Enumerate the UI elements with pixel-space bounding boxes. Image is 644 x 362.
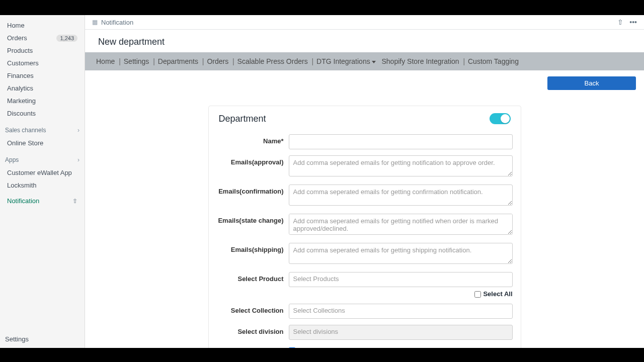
nav-custom-tagging[interactable]: Custom Tagging xyxy=(468,57,519,65)
breadcrumb: ▦ Notification ⇧ ••• xyxy=(85,15,644,30)
sidebar-item-online-store[interactable]: Online Store xyxy=(2,137,83,149)
chevron-right-icon: › xyxy=(77,127,79,134)
nav-settings[interactable]: Settings xyxy=(124,57,149,65)
sidebar: Home Orders1,243 Products Customers Fina… xyxy=(0,15,85,348)
select-division[interactable]: Select divisions xyxy=(289,325,513,340)
pin-icon: ⇧ xyxy=(72,198,77,205)
label-name: Name* xyxy=(217,134,289,149)
emails-state-input[interactable] xyxy=(289,214,513,235)
select-product[interactable]: Select Products xyxy=(289,272,513,287)
label-emails-approval: Emails(approval) xyxy=(217,155,289,178)
label-select-product: Select Product xyxy=(217,272,289,298)
select-all-label: Select All xyxy=(483,290,512,298)
orders-badge: 1,243 xyxy=(56,35,77,42)
chevron-right-icon: › xyxy=(77,156,79,163)
sidebar-item-products[interactable]: Products xyxy=(2,44,83,57)
back-button[interactable]: Back xyxy=(547,76,636,90)
select-all-checkbox[interactable] xyxy=(474,291,481,298)
caret-down-icon xyxy=(372,61,376,63)
sidebar-item-orders[interactable]: Orders1,243 xyxy=(2,32,83,44)
sidebar-section-sales-channels[interactable]: Sales channels› xyxy=(0,124,85,137)
emails-confirmation-input[interactable] xyxy=(289,185,513,206)
sidebar-item-locksmith[interactable]: Locksmith xyxy=(2,179,83,192)
sidebar-item-customers[interactable]: Customers xyxy=(2,57,83,69)
sidebar-item-notification[interactable]: Notification⇧ xyxy=(2,195,83,207)
page-title: New department xyxy=(85,30,644,52)
nav-orders[interactable]: Orders xyxy=(207,57,228,65)
sidebar-item-ewallet[interactable]: Customer eWallet App xyxy=(2,166,83,179)
app-icon: ▦ xyxy=(92,19,98,26)
app-nav: Home | Settings | Departments | Orders |… xyxy=(85,52,644,70)
nav-home[interactable]: Home xyxy=(96,57,115,65)
sidebar-item-home[interactable]: Home xyxy=(2,19,83,32)
department-card: Department Name* Emails(approval) Emails… xyxy=(208,106,521,348)
more-icon[interactable]: ••• xyxy=(629,18,637,26)
nav-departments[interactable]: Departments xyxy=(158,57,198,65)
sidebar-settings[interactable]: Settings xyxy=(0,330,85,348)
label-select-collection: Select Collection xyxy=(217,304,289,319)
label-emails-confirmation: Emails(confirmation) xyxy=(217,185,289,208)
emails-shipping-input[interactable] xyxy=(289,243,513,264)
emails-approval-input[interactable] xyxy=(289,155,513,176)
nav-scalable-press[interactable]: Scalable Press Orders xyxy=(237,57,308,65)
select-collection[interactable]: Select Collections xyxy=(289,304,513,319)
nav-shopify-integration[interactable]: Shopify Store Integration xyxy=(381,57,459,65)
enable-toggle[interactable] xyxy=(490,113,511,124)
nav-dtg-integrations[interactable]: DTG Integrations xyxy=(316,57,376,65)
card-heading: Department xyxy=(219,114,490,124)
label-emails-shipping: Emails(shipping) xyxy=(217,243,289,266)
name-input[interactable] xyxy=(289,134,513,149)
sidebar-item-finances[interactable]: Finances xyxy=(2,69,83,82)
sidebar-item-analytics[interactable]: Analytics xyxy=(2,82,83,95)
label-select-division: Select division xyxy=(217,325,289,340)
pin-icon[interactable]: ⇧ xyxy=(617,18,623,26)
sidebar-item-discounts[interactable]: Discounts xyxy=(2,107,83,120)
sidebar-item-marketing[interactable]: Marketing xyxy=(2,95,83,107)
sidebar-section-apps[interactable]: Apps› xyxy=(0,153,85,166)
label-emails-state: Emails(state change) xyxy=(217,214,289,237)
